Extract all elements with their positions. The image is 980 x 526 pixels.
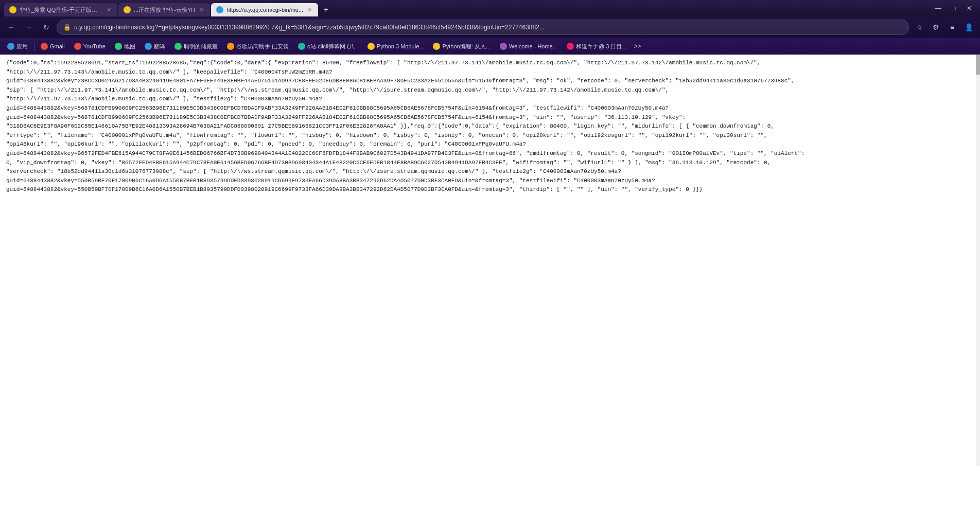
bookmark-youtube-label: YouTube bbox=[83, 43, 106, 49]
secure-icon: 🔒 bbox=[63, 24, 71, 31]
bookmark-python-programming-favicon bbox=[433, 43, 440, 50]
tab-3-label: https://u.y.qq.com/cgi-bin/mu... bbox=[226, 7, 303, 13]
bookmark-storage-label: 聪明的储藏室 bbox=[184, 43, 218, 50]
window-controls: — □ ✕ bbox=[932, 3, 976, 13]
minimize-button[interactable]: — bbox=[932, 3, 945, 13]
bookmark-translate-label: 翻译 bbox=[154, 43, 165, 50]
bookmark-apps-label: 应用 bbox=[16, 43, 28, 50]
bookmark-google-helper[interactable]: 谷歌访问助手 已安装 bbox=[223, 41, 293, 52]
back-button[interactable]: ← bbox=[4, 20, 19, 34]
close-button[interactable]: ✕ bbox=[962, 3, 976, 13]
bookmarks-bar: 应用 Gmail YouTube 地图 翻译 聪明的储藏室 谷歌访问助手 已安装… bbox=[0, 38, 980, 55]
tab-1-favicon bbox=[9, 6, 16, 13]
tab-1[interactable]: 非鱼_搜索 QQ音乐-千万正版音乐... ✕ bbox=[4, 3, 117, 16]
addressbar: ← → ↻ 🔒 u.y.qq.com/cgi-bin/musics.fcg?=g… bbox=[0, 16, 980, 38]
bookmark-youtube[interactable]: YouTube bbox=[70, 41, 110, 51]
new-tab-button[interactable]: + bbox=[319, 3, 332, 16]
profile-button[interactable]: 👤 bbox=[961, 20, 976, 34]
bookmark-kazuki[interactable]: 和遠キナ@ 3 日目... bbox=[563, 41, 631, 52]
page-content: {"code":0,"ts":1592288528691,"start_ts":… bbox=[0, 55, 980, 526]
tab-3-close[interactable]: ✕ bbox=[306, 6, 313, 14]
tab-1-label: 非鱼_搜索 QQ音乐-千万正版音乐... bbox=[20, 6, 102, 14]
json-response: {"code":0,"ts":1592288528691,"start_ts":… bbox=[6, 59, 974, 195]
bookmark-star-button[interactable]: ☆ bbox=[912, 20, 926, 34]
bookmark-youtube-favicon bbox=[74, 43, 81, 50]
bookmark-python-module[interactable]: Python 3 Module... bbox=[363, 41, 428, 51]
bookmark-divider-2 bbox=[361, 42, 361, 51]
bookmark-welcome-home-favicon bbox=[500, 43, 507, 50]
tab-list: 非鱼_搜索 QQ音乐-千万正版音乐... ✕ ...正在播放 非鱼-云横YH ✕… bbox=[4, 0, 932, 16]
bookmark-maps-favicon bbox=[115, 43, 122, 50]
bookmark-google-helper-label: 谷歌访问助手 已安装 bbox=[236, 43, 289, 50]
titlebar: 非鱼_搜索 QQ音乐-千万正版音乐... ✕ ...正在播放 非鱼-云横YH ✕… bbox=[0, 0, 980, 16]
bookmark-python-programming-label: Python编程: 从入... bbox=[442, 43, 491, 50]
bookmark-welcome-home[interactable]: Welcome - Home... bbox=[496, 41, 562, 51]
bookmark-clicli-favicon bbox=[298, 43, 305, 50]
tab-2-close[interactable]: ✕ bbox=[198, 6, 205, 14]
bookmark-gmail[interactable]: Gmail bbox=[37, 41, 69, 51]
extensions-button[interactable]: ⚙ bbox=[929, 20, 943, 34]
url-display: u.y.qq.com/cgi-bin/musics.fcg?=getplayso… bbox=[74, 24, 902, 31]
bookmark-maps[interactable]: 地图 bbox=[111, 41, 139, 52]
bookmark-clicli-label: c站-clicli弹幕网 (八 bbox=[307, 43, 355, 50]
bookmark-divider-1 bbox=[34, 42, 34, 51]
maximize-button[interactable]: □ bbox=[947, 3, 960, 13]
toolbar-icons: ☆ ⚙ ≡ 👤 bbox=[912, 20, 976, 34]
bookmark-translate[interactable]: 翻译 bbox=[141, 41, 169, 52]
menu-button[interactable]: ≡ bbox=[945, 20, 959, 34]
bookmark-apps[interactable]: 应用 bbox=[3, 41, 32, 52]
bookmark-gmail-label: Gmail bbox=[50, 43, 65, 49]
bookmark-maps-label: 地图 bbox=[124, 43, 135, 50]
address-bar-input[interactable]: 🔒 u.y.qq.com/cgi-bin/musics.fcg?=getplay… bbox=[57, 20, 909, 35]
bookmark-gmail-favicon bbox=[41, 43, 48, 50]
tab-1-close[interactable]: ✕ bbox=[106, 6, 112, 14]
bookmark-storage[interactable]: 聪明的储藏室 bbox=[170, 41, 222, 52]
scrollbar[interactable] bbox=[976, 55, 980, 466]
bookmark-storage-favicon bbox=[174, 43, 182, 50]
bookmark-apps-favicon bbox=[7, 43, 14, 50]
bookmark-python-module-label: Python 3 Module... bbox=[377, 43, 424, 49]
tab-3-favicon bbox=[216, 6, 223, 13]
bookmark-translate-favicon bbox=[145, 43, 152, 50]
bookmark-python-programming[interactable]: Python编程: 从入... bbox=[429, 41, 495, 52]
bookmarks-more[interactable]: >> bbox=[634, 43, 641, 50]
refresh-button[interactable]: ↻ bbox=[39, 20, 54, 34]
tab-2[interactable]: ...正在播放 非鱼-云横YH ✕ bbox=[118, 3, 210, 16]
forward-button[interactable]: → bbox=[22, 20, 36, 34]
bookmark-google-helper-favicon bbox=[227, 43, 234, 50]
bookmark-python-module-favicon bbox=[367, 43, 375, 50]
bookmark-welcome-home-label: Welcome - Home... bbox=[509, 43, 557, 49]
tab-2-favicon bbox=[124, 6, 131, 13]
tab-3[interactable]: https://u.y.qq.com/cgi-bin/mu... ✕ bbox=[211, 3, 318, 16]
bookmark-kazuki-favicon bbox=[567, 43, 574, 50]
tab-2-label: ...正在播放 非鱼-云横YH bbox=[134, 6, 195, 14]
bookmark-kazuki-label: 和遠キナ@ 3 日目... bbox=[576, 43, 627, 50]
scrollbar-thumb[interactable] bbox=[976, 55, 980, 75]
bookmark-clicli[interactable]: c站-clicli弹幕网 (八 bbox=[294, 41, 359, 52]
